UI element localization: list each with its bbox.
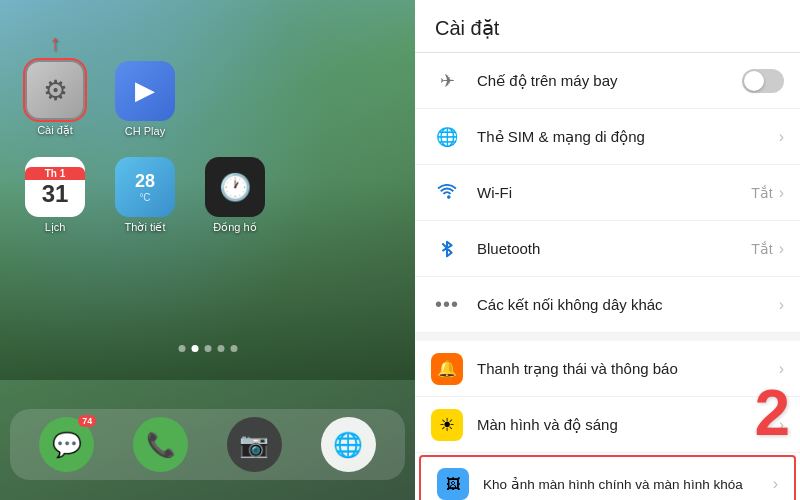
notif-icon: 🔔 [431, 353, 463, 385]
settings-app-icon[interactable]: ↑ ⚙ Cài đặt [20, 60, 90, 137]
dock-phone[interactable]: 📞 [133, 417, 188, 472]
page-dots [178, 345, 237, 352]
app-grid: ↑ ⚙ Cài đặt ▶ CH Play Th 1 31 [20, 60, 395, 254]
wallpaper-icon: 🖼 [437, 468, 469, 500]
settings-item-sim[interactable]: 🌐 Thẻ SIM & mạng di động › [415, 109, 800, 165]
bluetooth-value: Tắt [751, 241, 772, 257]
wallpaper-label: Kho ảnh màn hình chính và màn hình khóa [483, 476, 773, 492]
dot-3 [204, 345, 211, 352]
wallpaper-chevron: › [773, 475, 778, 493]
settings-item-display[interactable]: ☀ Màn hình và độ sáng › [415, 397, 800, 453]
calendar-icon-img: Th 1 31 [25, 157, 85, 217]
other-conn-chevron: › [779, 296, 784, 314]
settings-item-wifi[interactable]: Wi-Fi Tắt › [415, 165, 800, 221]
settings-label: Cài đặt [37, 124, 73, 137]
other-conn-label: Các kết nối không dây khác [477, 296, 779, 314]
weather-temp: 28 [135, 171, 155, 192]
calendar-label: Lịch [45, 221, 66, 234]
weather-degree: °C [139, 192, 150, 203]
calendar-day: 31 [42, 180, 69, 208]
sim-label: Thẻ SIM & mạng di động [477, 128, 779, 146]
display-chevron: › [779, 416, 784, 434]
settings-item-bluetooth[interactable]: Bluetooth Tắt › [415, 221, 800, 277]
dock-camera[interactable]: 📷 [227, 417, 282, 472]
app-row-1: ↑ ⚙ Cài đặt ▶ CH Play [20, 60, 395, 137]
settings-item-wallpaper[interactable]: 🖼 Kho ảnh màn hình chính và màn hình khó… [419, 455, 796, 500]
display-icon: ☀ [431, 409, 463, 441]
settings-highlight-border [23, 58, 87, 122]
chplay-app-icon[interactable]: ▶ CH Play [110, 61, 180, 137]
notif-label: Thanh trạng thái và thông báo [477, 360, 779, 378]
wifi-svg [436, 184, 458, 202]
airplane-label: Chế độ trên máy bay [477, 72, 742, 90]
wifi-label: Wi-Fi [477, 184, 751, 201]
notif-chevron: › [779, 360, 784, 378]
other-conn-icon: ••• [431, 289, 463, 321]
weather-app-icon[interactable]: 28 °C Thời tiết [110, 157, 180, 234]
dock-messages[interactable]: 💬 74 [39, 417, 94, 472]
chplay-label: CH Play [125, 125, 165, 137]
display-label: Màn hình và độ sáng [477, 416, 779, 434]
dot-2 [191, 345, 198, 352]
weather-label: Thời tiết [125, 221, 166, 234]
wifi-chevron: › [779, 184, 784, 202]
phone-icon: 📞 [146, 431, 176, 459]
arrow-up: ↑ [50, 30, 61, 56]
dock-chrome[interactable]: 🌐 [321, 417, 376, 472]
settings-item-other-conn[interactable]: ••• Các kết nối không dây khác › [415, 277, 800, 333]
calendar-app-icon[interactable]: Th 1 31 Lịch [20, 157, 90, 234]
dot-5 [230, 345, 237, 352]
airplane-toggle-knob [744, 71, 764, 91]
clock-icon-img: 🕐 [205, 157, 265, 217]
settings-list: ✈ Chế độ trên máy bay 🌐 Thẻ SIM & mạng d… [415, 53, 800, 500]
dock: 💬 74 📞 📷 🌐 [10, 409, 405, 480]
app-row-2: Th 1 31 Lịch 28 °C Thời tiết 🕐 Đồng hồ [20, 157, 395, 234]
messages-badge: 74 [78, 415, 96, 427]
home-screen: ↑ ⚙ Cài đặt ▶ CH Play Th 1 31 [0, 0, 415, 500]
messages-icon: 💬 [52, 431, 82, 459]
settings-panel: Cài đặt ✈ Chế độ trên máy bay 🌐 Thẻ SIM … [415, 0, 800, 500]
sim-icon: 🌐 [431, 121, 463, 153]
clock-label: Đồng hồ [213, 221, 256, 234]
chplay-icon-img: ▶ [115, 61, 175, 121]
airplane-toggle[interactable] [742, 69, 784, 93]
bluetooth-icon [431, 233, 463, 265]
camera-icon: 📷 [239, 431, 269, 459]
wifi-icon [431, 177, 463, 209]
bluetooth-chevron: › [779, 240, 784, 258]
wifi-value: Tắt [751, 185, 772, 201]
settings-title: Cài đặt [435, 17, 499, 39]
clock-app-icon[interactable]: 🕐 Đồng hồ [200, 157, 270, 234]
dot-1 [178, 345, 185, 352]
settings-item-airplane[interactable]: ✈ Chế độ trên máy bay [415, 53, 800, 109]
settings-item-notif[interactable]: 🔔 Thanh trạng thái và thông báo › [415, 341, 800, 397]
calendar-month: Th 1 [25, 167, 85, 180]
weather-icon-img: 28 °C [115, 157, 175, 217]
chrome-icon: 🌐 [333, 431, 363, 459]
settings-header: Cài đặt [415, 0, 800, 53]
chplay-symbol: ▶ [135, 75, 155, 106]
sim-chevron: › [779, 128, 784, 146]
airplane-icon: ✈ [431, 65, 463, 97]
bluetooth-svg [438, 238, 456, 260]
bluetooth-label: Bluetooth [477, 240, 751, 257]
divider-1 [415, 333, 800, 341]
clock-symbol: 🕐 [219, 172, 251, 203]
settings-icon-img: ⚙ [25, 60, 85, 120]
dot-4 [217, 345, 224, 352]
